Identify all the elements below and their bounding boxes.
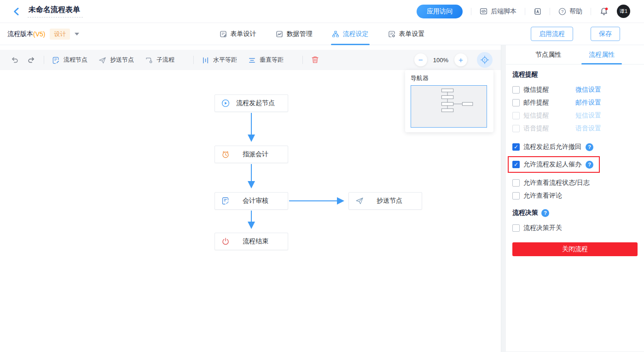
page-title[interactable]: 未命名流程表单	[28, 5, 83, 18]
svg-text:?: ?	[561, 9, 563, 14]
navigator-title: 导航器	[411, 74, 488, 82]
tab-flow-setting[interactable]: 流程设定	[332, 23, 369, 45]
tab-label: 流程设定	[343, 30, 369, 38]
node-label: 指派会计	[230, 150, 288, 158]
horizontal-equal-spacing-button[interactable]: 水平等距	[202, 56, 237, 64]
help-icon: ?	[558, 7, 566, 15]
option-label: 允许查看流程状态/日志	[523, 179, 590, 187]
chevron-down-icon[interactable]	[75, 33, 79, 35]
horizontal-spacing-icon	[202, 56, 209, 64]
trash-icon[interactable]	[311, 55, 320, 65]
divider	[302, 56, 303, 64]
add-flow-node-button[interactable]: 流程节点	[52, 56, 87, 64]
vertical-spacing-icon	[248, 56, 256, 64]
back-icon[interactable]	[12, 7, 21, 16]
node-label: 会计审核	[230, 197, 288, 205]
option-row-allow-urge: 允许流程发起人催办 ?	[512, 159, 593, 170]
tab-form-design[interactable]: 表单设计	[220, 23, 256, 45]
flow-canvas[interactable]: 流程节点 抄送节点	[0, 45, 501, 352]
option-label: 允许流程发起人催办	[523, 160, 581, 169]
remind-label: 微信提醒	[523, 86, 575, 94]
decision-title-text: 流程决策	[512, 209, 538, 217]
paper-plane-icon	[355, 197, 364, 205]
flow-node-cc[interactable]: 抄送节点	[348, 192, 422, 210]
vertical-equal-spacing-button[interactable]: 垂直等距	[248, 56, 284, 64]
tab-data-manage[interactable]: 数据管理	[276, 23, 313, 45]
zoom-in-button[interactable]: +	[454, 53, 467, 66]
panel-tabs: 节点属性 流程属性	[506, 45, 644, 65]
allow-withdraw-checkbox[interactable]	[512, 143, 520, 151]
button-label: 子流程	[157, 56, 174, 64]
form-settings-icon	[388, 30, 396, 38]
save-button[interactable]: 保存	[591, 27, 620, 41]
remind-row-wechat: 微信提醒 微信设置	[512, 83, 638, 96]
question-icon[interactable]: ?	[586, 143, 593, 151]
zoom-controls: − 100% +	[414, 52, 493, 68]
question-icon[interactable]: ?	[586, 161, 593, 169]
main-tabs: 表单设计 数据管理	[220, 23, 425, 45]
tab-label: 节点属性	[535, 51, 561, 59]
backend-script-label: 后端脚本	[491, 7, 516, 16]
version-number: (V5)	[33, 30, 45, 38]
node-label: 抄送节点	[364, 197, 422, 205]
remind-label: 邮件提醒	[523, 99, 575, 107]
help-label: 帮助	[569, 7, 582, 16]
flow-node-start[interactable]: 流程发起节点	[215, 94, 288, 112]
redo-icon[interactable]	[27, 55, 36, 65]
undo-icon[interactable]	[10, 55, 19, 65]
option-row-view-comments: 允许查看评论	[512, 189, 638, 202]
flow-node-assign-accountant[interactable]: 指派会计	[215, 146, 288, 163]
add-subflow-button[interactable]: 子流程	[145, 56, 174, 64]
help-button[interactable]: ? 帮助	[558, 7, 582, 16]
divider	[550, 8, 550, 15]
canvas-toolbar: 流程节点 抄送节点	[0, 50, 501, 70]
flow-node-end[interactable]: 流程结束	[215, 233, 288, 250]
option-label: 流程发起后允许撤回	[523, 143, 581, 151]
option-row-allow-withdraw: 流程发起后允许撤回 ?	[512, 141, 638, 153]
node-label: 流程结束	[230, 237, 288, 246]
sms-remind-checkbox	[512, 112, 520, 119]
remind-row-sms: 短信提醒 短信设置	[512, 109, 638, 122]
wechat-remind-checkbox[interactable]	[512, 86, 520, 94]
divider	[44, 56, 44, 64]
backend-script-button[interactable]: 后端脚本	[480, 7, 516, 16]
subflow-branch-icon	[145, 56, 153, 64]
zoom-out-button[interactable]: −	[414, 53, 427, 66]
notification-bell-icon[interactable]	[599, 7, 609, 16]
add-cc-node-button[interactable]: 抄送节点	[99, 56, 134, 64]
wechat-settings-link[interactable]: 微信设置	[575, 86, 601, 94]
remind-label: 短信提醒	[523, 111, 575, 120]
flow-node-accountant-review[interactable]: 会计审核	[215, 192, 288, 210]
tab-flow-properties[interactable]: 流程属性	[575, 45, 628, 65]
tab-form-settings[interactable]: 表单设置	[388, 23, 425, 45]
notebook-a-icon[interactable]	[534, 7, 541, 15]
email-remind-checkbox[interactable]	[512, 99, 520, 106]
view-status-checkbox[interactable]	[512, 179, 520, 187]
panel-divider	[501, 45, 506, 352]
close-flow-button[interactable]: 关闭流程	[512, 242, 638, 256]
alarm-clock-icon	[221, 150, 230, 158]
allow-urge-checkbox[interactable]	[512, 161, 520, 168]
decision-section-title: 流程决策 ?	[512, 208, 638, 217]
option-label: 允许查看评论	[523, 192, 562, 200]
decision-switch-checkbox[interactable]	[512, 224, 520, 232]
enable-flow-button[interactable]: 启用流程	[531, 27, 573, 41]
highlight-red-box: 允许流程发起人催办 ?	[508, 156, 600, 173]
design-status-badge: 设计	[50, 29, 70, 40]
navigator-minimap[interactable]	[411, 85, 487, 128]
email-settings-link[interactable]: 邮件设置	[575, 99, 601, 107]
tab-node-properties[interactable]: 节点属性	[522, 45, 575, 65]
properties-panel: 节点属性 流程属性 流程提醒 微信提醒 微信设置 邮件提醒 邮件设置	[506, 45, 644, 352]
voice-settings-link: 语音设置	[575, 124, 601, 133]
question-icon[interactable]: ?	[541, 209, 549, 217]
avatar[interactable]: 谭1	[617, 5, 630, 18]
remind-row-voice: 语音提醒 语音设置	[512, 122, 638, 135]
voice-remind-checkbox	[512, 125, 520, 132]
sms-settings-link: 短信设置	[575, 111, 601, 120]
flow-setting-icon	[332, 30, 340, 38]
code-icon	[480, 7, 487, 15]
view-comments-checkbox[interactable]	[512, 192, 520, 199]
panel-body: 流程提醒 微信提醒 微信设置 邮件提醒 邮件设置 短信提醒 短信设置	[506, 65, 644, 256]
app-access-button[interactable]: 应用访问	[417, 5, 463, 18]
locate-center-icon[interactable]	[477, 52, 493, 68]
